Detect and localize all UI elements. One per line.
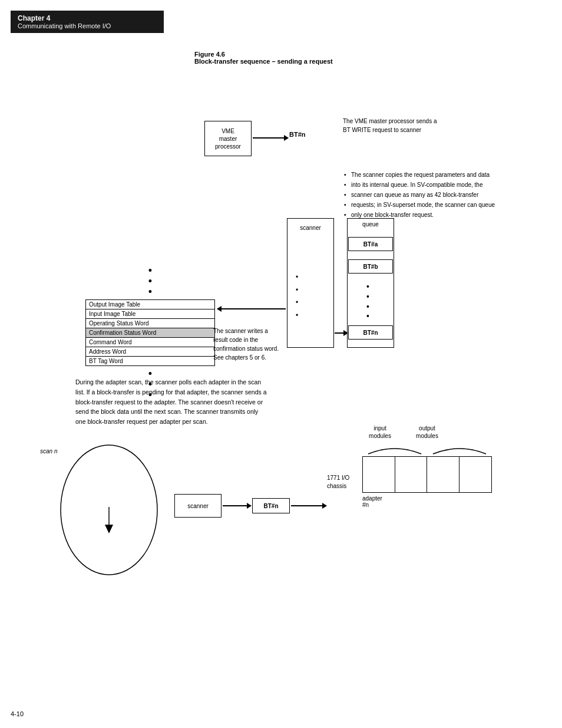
chapter-subtitle: Communicating with Remote I/O — [18, 22, 157, 29]
page-number: 4-10 — [11, 710, 24, 717]
scanner-box: scanner — [287, 218, 334, 348]
chassis-left-label: 1771 I/Ochassis — [327, 456, 362, 493]
chassis-cell-2 — [395, 457, 428, 492]
column-arcs-svg — [362, 442, 492, 455]
scan-loop — [59, 442, 159, 578]
chassis-cell-3 — [427, 457, 459, 492]
adapter-label: adapter#n — [362, 495, 498, 508]
table-row: Confirmation Status Word — [86, 328, 215, 338]
chassis-cell-4 — [459, 457, 492, 492]
arrow-vme-to-bt — [253, 137, 288, 139]
arrow-btn-to-queue — [335, 332, 348, 334]
queue-dots: •••• — [366, 282, 369, 321]
queue-label: queue — [358, 221, 384, 228]
chassis-column-labels: inputmodules outputmodules — [362, 424, 498, 440]
left-table-dots-top: ••• — [85, 265, 215, 297]
chassis-box: 1771 I/Ochassis — [327, 456, 498, 493]
figure-description: Block-transfer sequence – sending a requ… — [194, 58, 562, 65]
input-modules-label: inputmodules — [362, 424, 398, 440]
arrow-btn2-to-chassis — [291, 505, 326, 506]
arrow-scanner-write — [217, 308, 286, 309]
chapter-title: Chapter 4 — [18, 14, 157, 22]
bullet-description: The scanner copies the request parameter… — [343, 170, 525, 220]
bta-box: BT#a — [348, 237, 393, 251]
figure-title-block: Figure 4.6 Block-transfer sequence – sen… — [194, 51, 562, 65]
btb-box: BT#b — [348, 259, 393, 274]
bt-top-label: BT#n — [289, 131, 306, 138]
figure-label: Figure 4.6 — [194, 51, 562, 58]
arrow-scanner2-to-btn2 — [223, 505, 251, 506]
chassis-grid — [362, 456, 492, 493]
table-row: Command Word — [86, 338, 215, 347]
table-row: BT Tag Word — [86, 357, 215, 366]
scan-loop-svg — [59, 442, 159, 578]
body-text: During the adapter scan, the scanner pol… — [75, 377, 293, 427]
table-row: Operating Status Word — [86, 319, 215, 328]
table-row: Address Word — [86, 347, 215, 357]
chapter-header: Chapter 4 Communicating with Remote I/O — [11, 11, 164, 33]
scanner-write-description: The scanner writes a result code in the … — [213, 327, 290, 362]
scanner-box2: scanner — [174, 494, 222, 518]
table-row: Input Image Table — [86, 309, 215, 319]
chassis-row — [363, 457, 491, 492]
btn-bottom-box: BT#n — [348, 325, 393, 340]
svg-marker-1 — [105, 525, 113, 533]
vme-box: VMEmasterprocessor — [204, 121, 252, 156]
output-modules-label: outputmodules — [409, 424, 445, 440]
scan-n-label: scan n — [40, 448, 57, 454]
table-row: Output Image Table — [86, 300, 215, 309]
chassis-cell-1 — [363, 457, 395, 492]
vme-description: The VME master processor sends a BT WRIT… — [343, 117, 520, 134]
btn2-box: BT#n — [252, 498, 290, 513]
chassis-area: inputmodules outputmodules 1771 I/Ochass… — [327, 424, 498, 508]
memory-table: Output Image TableInput Image TableOpera… — [85, 299, 215, 366]
scanner-vertical-dots: •••• — [296, 271, 298, 322]
